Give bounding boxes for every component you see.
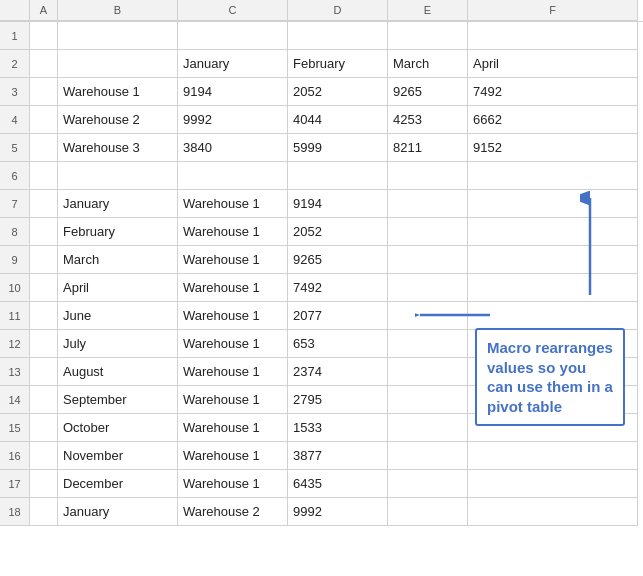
cell-f[interactable]	[468, 442, 638, 470]
cell-c[interactable]: Warehouse 1	[178, 358, 288, 386]
cell-c[interactable]: Warehouse 1	[178, 274, 288, 302]
table-row[interactable]: 11JuneWarehouse 12077	[0, 302, 643, 330]
cell-c[interactable]: Warehouse 1	[178, 218, 288, 246]
cell-c[interactable]: Warehouse 1	[178, 386, 288, 414]
cell-e[interactable]: 8211	[388, 134, 468, 162]
col-header-b[interactable]: B	[58, 0, 178, 21]
cell-d[interactable]: 2374	[288, 358, 388, 386]
cell-b[interactable]: January	[58, 498, 178, 526]
cell-b[interactable]: August	[58, 358, 178, 386]
cell-c[interactable]: 3840	[178, 134, 288, 162]
cell-f[interactable]: 6662	[468, 106, 638, 134]
cell-a[interactable]	[30, 218, 58, 246]
table-row[interactable]: 5Warehouse 33840599982119152	[0, 134, 643, 162]
cell-d[interactable]	[288, 162, 388, 190]
cell-b[interactable]: July	[58, 330, 178, 358]
cell-f[interactable]	[468, 274, 638, 302]
cell-b[interactable]: September	[58, 386, 178, 414]
cell-b[interactable]: December	[58, 470, 178, 498]
cell-f[interactable]	[468, 498, 638, 526]
cell-c[interactable]: 9194	[178, 78, 288, 106]
cell-b[interactable]: January	[58, 190, 178, 218]
cell-a[interactable]	[30, 22, 58, 50]
cell-f[interactable]	[468, 218, 638, 246]
table-row[interactable]: 7JanuaryWarehouse 19194	[0, 190, 643, 218]
cell-f[interactable]	[468, 246, 638, 274]
cell-d[interactable]: 7492	[288, 274, 388, 302]
cell-a[interactable]	[30, 50, 58, 78]
cell-d[interactable]: 2077	[288, 302, 388, 330]
cell-c[interactable]: Warehouse 1	[178, 442, 288, 470]
col-header-e[interactable]: E	[388, 0, 468, 21]
cell-b[interactable]	[58, 162, 178, 190]
cell-a[interactable]	[30, 162, 58, 190]
cell-e[interactable]	[388, 498, 468, 526]
cell-d[interactable]: 2052	[288, 218, 388, 246]
cell-a[interactable]	[30, 442, 58, 470]
cell-c[interactable]	[178, 22, 288, 50]
cell-a[interactable]	[30, 358, 58, 386]
cell-b[interactable]: November	[58, 442, 178, 470]
cell-a[interactable]	[30, 470, 58, 498]
cell-f[interactable]	[468, 190, 638, 218]
table-row[interactable]: 8FebruaryWarehouse 12052	[0, 218, 643, 246]
table-row[interactable]: 9MarchWarehouse 19265	[0, 246, 643, 274]
cell-c[interactable]: Warehouse 1	[178, 246, 288, 274]
cell-a[interactable]	[30, 190, 58, 218]
cell-c[interactable]	[178, 162, 288, 190]
cell-d[interactable]	[288, 22, 388, 50]
cell-f[interactable]	[468, 470, 638, 498]
cell-c[interactable]: Warehouse 2	[178, 498, 288, 526]
cell-e[interactable]	[388, 330, 468, 358]
cell-b[interactable]	[58, 50, 178, 78]
cell-c[interactable]: 9992	[178, 106, 288, 134]
cell-a[interactable]	[30, 498, 58, 526]
cell-b[interactable]: February	[58, 218, 178, 246]
cell-d[interactable]: 3877	[288, 442, 388, 470]
table-row[interactable]: 10AprilWarehouse 17492	[0, 274, 643, 302]
table-row[interactable]: 6	[0, 162, 643, 190]
col-header-c[interactable]: C	[178, 0, 288, 21]
table-row[interactable]: 2JanuaryFebruaryMarchApril	[0, 50, 643, 78]
cell-d[interactable]: 1533	[288, 414, 388, 442]
cell-e[interactable]	[388, 358, 468, 386]
cell-e[interactable]	[388, 218, 468, 246]
cell-e[interactable]	[388, 162, 468, 190]
cell-d[interactable]: 6435	[288, 470, 388, 498]
cell-e[interactable]	[388, 190, 468, 218]
cell-e[interactable]	[388, 414, 468, 442]
cell-e[interactable]: 9265	[388, 78, 468, 106]
cell-e[interactable]	[388, 470, 468, 498]
cell-a[interactable]	[30, 414, 58, 442]
cell-d[interactable]: 9992	[288, 498, 388, 526]
cell-d[interactable]: 9265	[288, 246, 388, 274]
cell-b[interactable]: Warehouse 2	[58, 106, 178, 134]
col-header-a[interactable]: A	[30, 0, 58, 21]
cell-c[interactable]: Warehouse 1	[178, 330, 288, 358]
cell-f[interactable]: 7492	[468, 78, 638, 106]
cell-f[interactable]: April	[468, 50, 638, 78]
cell-b[interactable]	[58, 22, 178, 50]
cell-c[interactable]: Warehouse 1	[178, 302, 288, 330]
cell-c[interactable]: Warehouse 1	[178, 190, 288, 218]
cell-a[interactable]	[30, 302, 58, 330]
cell-a[interactable]	[30, 274, 58, 302]
cell-b[interactable]: June	[58, 302, 178, 330]
cell-e[interactable]	[388, 22, 468, 50]
cell-e[interactable]	[388, 386, 468, 414]
cell-c[interactable]: Warehouse 1	[178, 414, 288, 442]
cell-b[interactable]: Warehouse 1	[58, 78, 178, 106]
cell-c[interactable]: January	[178, 50, 288, 78]
cell-e[interactable]: 4253	[388, 106, 468, 134]
cell-c[interactable]: Warehouse 1	[178, 470, 288, 498]
col-header-d[interactable]: D	[288, 0, 388, 21]
cell-a[interactable]	[30, 246, 58, 274]
table-row[interactable]: 4Warehouse 29992404442536662	[0, 106, 643, 134]
cell-e[interactable]	[388, 246, 468, 274]
cell-f[interactable]	[468, 22, 638, 50]
cell-b[interactable]: October	[58, 414, 178, 442]
cell-a[interactable]	[30, 78, 58, 106]
cell-d[interactable]: 653	[288, 330, 388, 358]
table-row[interactable]: 16NovemberWarehouse 13877	[0, 442, 643, 470]
table-row[interactable]: 1	[0, 22, 643, 50]
